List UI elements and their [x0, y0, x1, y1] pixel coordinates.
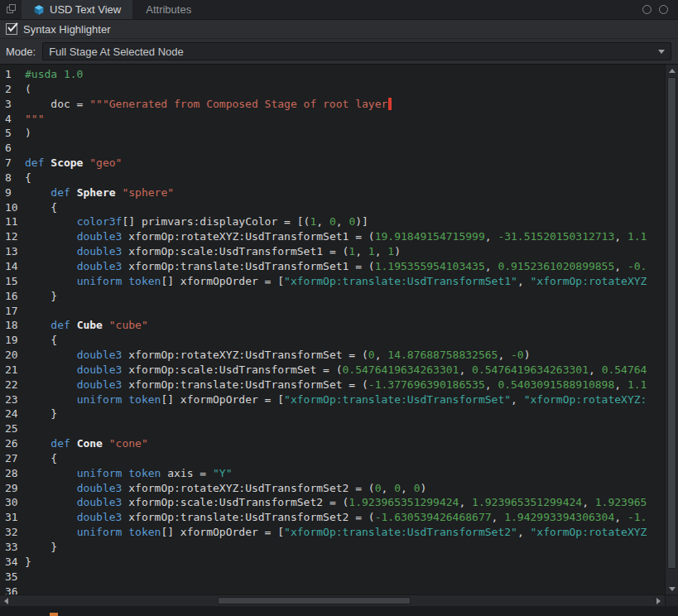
code-line[interactable]: double3 xformOp:rotateXYZ:UsdTransformSe… [25, 349, 665, 363]
code-line[interactable] [25, 142, 665, 156]
code-line[interactable]: { [25, 201, 665, 216]
line-number: 3 [5, 98, 25, 113]
tab-label: USD Text View [50, 3, 121, 16]
code-line[interactable]: uniform token[] xformOpOrder = ["xformOp… [25, 393, 665, 408]
code-line[interactable]: double3 xformOp:translate:UsdTransformSe… [25, 378, 665, 393]
code-line[interactable]: def Scope "geo" [25, 156, 665, 171]
line-number: 1 [5, 68, 25, 83]
line-number: 29 [5, 482, 25, 497]
syntax-highlighter-label: Syntax Highlighter [23, 23, 111, 36]
line-number: 15 [5, 275, 25, 290]
horizontal-scrollbar[interactable] [0, 594, 665, 606]
line-number: 25 [5, 422, 25, 437]
window-controls [642, 0, 678, 19]
line-number: 30 [5, 496, 25, 511]
vertical-scroll-thumb[interactable] [667, 77, 676, 569]
tab-usd-text-view[interactable]: USD Text View [22, 0, 132, 19]
code-line[interactable]: doc = """Generated from Composed Stage o… [25, 98, 665, 113]
code-line[interactable]: uniform token[] xformOpOrder = ["xformOp… [25, 275, 665, 290]
close-panel-icon[interactable] [659, 5, 668, 14]
code-line[interactable] [25, 585, 665, 594]
code-line[interactable]: { [25, 334, 665, 349]
horizontal-scroll-thumb[interactable] [218, 597, 411, 604]
usd-cube-icon [33, 4, 45, 16]
code-line[interactable]: { [25, 452, 665, 467]
code-line[interactable]: } [25, 556, 665, 570]
line-number: 6 [5, 142, 25, 156]
line-number: 13 [5, 245, 25, 260]
scroll-up-icon [669, 69, 676, 73]
line-number: 28 [5, 467, 25, 482]
code-line[interactable]: #usda 1.0 [25, 68, 665, 83]
code-line[interactable]: def Sphere "sphere" [25, 186, 665, 201]
line-number: 7 [5, 156, 25, 171]
vertical-scroll-track[interactable] [667, 77, 676, 582]
line-number: 32 [5, 526, 25, 541]
line-number: 10 [5, 201, 25, 216]
tab-attributes[interactable]: Attributes [132, 0, 204, 19]
scrollbar-corner [665, 594, 678, 606]
line-number: 11 [5, 215, 25, 230]
code-line[interactable]: color3f[] primvars:displayColor = [(1, 0… [25, 215, 665, 230]
code-line[interactable]: double3 xformOp:scale:UsdTransformSet1 =… [25, 245, 665, 260]
line-number: 17 [5, 305, 25, 320]
line-number: 5 [5, 127, 25, 142]
code-editor: 1234567891011121314151617181920212223242… [0, 64, 678, 606]
syntax-highlighter-checkbox[interactable] [6, 23, 17, 35]
code-line[interactable]: { [25, 171, 665, 186]
mode-row: Mode: Full Stage At Selected Node [0, 38, 678, 64]
panel-menu-icon [6, 2, 17, 17]
line-number: 23 [5, 393, 25, 408]
line-number: 33 [5, 541, 25, 556]
code-line[interactable]: double3 xformOp:scale:UsdTransformSet = … [25, 363, 665, 378]
usd-text-view-window: USD Text View Attributes Syntax Highligh… [0, 0, 678, 616]
line-number: 12 [5, 230, 25, 245]
code-line[interactable] [25, 570, 665, 585]
line-number: 26 [5, 437, 25, 452]
code-line[interactable]: def Cube "cube" [25, 319, 665, 334]
code-text-area[interactable]: #usda 1.0( doc = """Generated from Compo… [25, 65, 665, 594]
mode-dropdown[interactable]: Full Stage At Selected Node [42, 42, 671, 60]
line-number: 36 [5, 585, 25, 594]
code-line[interactable]: uniform token axis = "Y" [25, 467, 665, 482]
code-line[interactable]: ( [25, 83, 665, 98]
panel-menu-button[interactable] [0, 0, 22, 19]
code-line[interactable]: ) [25, 127, 665, 142]
clipped-element-below [50, 613, 58, 616]
code-line[interactable]: double3 xformOp:scale:UsdTransformSet2 =… [25, 496, 665, 511]
line-number: 18 [5, 319, 25, 334]
scroll-right-button[interactable] [652, 595, 665, 607]
line-number-gutter: 1234567891011121314151617181920212223242… [0, 65, 25, 594]
line-number: 22 [5, 378, 25, 393]
scroll-left-icon [4, 598, 8, 604]
scroll-left-button[interactable] [0, 595, 12, 607]
line-number: 19 [5, 334, 25, 349]
code-line[interactable]: } [25, 541, 665, 556]
code-line[interactable]: double3 xformOp:rotateXYZ:UsdTransformSe… [25, 482, 665, 497]
code-line[interactable] [25, 305, 665, 320]
code-line[interactable]: def Cone "cone" [25, 437, 665, 452]
horizontal-scroll-track[interactable] [13, 597, 652, 604]
line-number: 21 [5, 363, 25, 378]
code-viewport[interactable]: 1234567891011121314151617181920212223242… [0, 65, 665, 594]
line-number: 14 [5, 260, 25, 275]
code-line[interactable]: double3 xformOp:translate:UsdTransformSe… [25, 260, 665, 275]
code-line[interactable]: } [25, 290, 665, 305]
line-number: 9 [5, 186, 25, 201]
dock-options-icon[interactable] [642, 5, 652, 14]
code-line[interactable]: double3 xformOp:rotateXYZ:UsdTransformSe… [25, 230, 665, 245]
code-line[interactable] [25, 422, 665, 437]
code-line[interactable]: double3 xformOp:translate:UsdTransformSe… [25, 511, 665, 526]
scroll-up-button[interactable] [666, 65, 678, 76]
line-number: 16 [5, 290, 25, 305]
vertical-scrollbar[interactable] [665, 65, 678, 594]
scroll-down-button[interactable] [666, 583, 678, 594]
line-number: 8 [5, 171, 25, 186]
code-line[interactable]: } [25, 407, 665, 422]
line-number: 20 [5, 349, 25, 363]
code-line[interactable]: uniform token[] xformOpOrder = ["xformOp… [25, 526, 665, 541]
text-cursor [388, 98, 392, 110]
line-number: 2 [5, 83, 25, 98]
line-number: 35 [5, 570, 25, 585]
code-line[interactable]: """ [25, 113, 665, 128]
